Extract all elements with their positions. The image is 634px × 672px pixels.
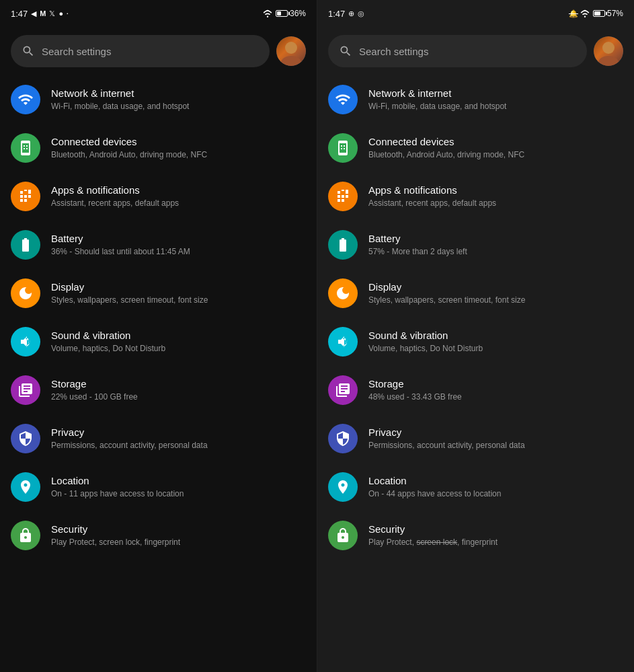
location-subtitle-left: On - 11 apps have access to location (51, 489, 306, 500)
search-bar-left[interactable]: Search settings (11, 35, 270, 67)
settings-item-apps-right[interactable]: Apps & notifications Assistant, recent a… (317, 172, 634, 221)
storage-subtitle-left: 22% used - 100 GB free (51, 392, 306, 403)
settings-item-security-right[interactable]: Security Play Protect, screen lock, fing… (317, 511, 634, 560)
apps-text-right: Apps & notifications Assistant, recent a… (368, 184, 623, 209)
security-subtitle-screen-lock: screen lock (416, 537, 457, 547)
storage-icon-left (11, 375, 40, 405)
apps-text-left: Apps & notifications Assistant, recent a… (51, 184, 306, 209)
sound-text-left: Sound & vibration Volume, haptics, Do No… (51, 329, 306, 354)
apps-title-right: Apps & notifications (368, 184, 623, 197)
privacy-icon-right (328, 424, 358, 453)
security-icon-left (11, 521, 40, 550)
settings-item-storage-right[interactable]: Storage 48% used - 33.43 GB free (317, 366, 634, 414)
target-icon: ◎ (358, 9, 364, 18)
settings-item-storage-left[interactable]: Storage 22% used - 100 GB free (0, 366, 317, 414)
settings-item-display-right[interactable]: Display Styles, wallpapers, screen timeo… (317, 269, 634, 318)
settings-item-connected-left[interactable]: Connected devices Bluetooth, Android Aut… (0, 124, 317, 172)
sound-icon-right (328, 327, 358, 357)
battery-icon-right (593, 10, 605, 17)
dot-icon: • (67, 11, 68, 15)
wifi-icon-right (580, 9, 590, 17)
connected-icon-left (11, 133, 40, 163)
connected-text-left: Connected devices Bluetooth, Android Aut… (51, 135, 306, 160)
display-title-right: Display (368, 281, 623, 294)
settings-item-sound-left[interactable]: Sound & vibration Volume, haptics, Do No… (0, 318, 317, 366)
settings-item-location-right[interactable]: Location On - 44 apps have access to loc… (317, 463, 634, 511)
location-icon-left (11, 472, 40, 502)
storage-text-right: Storage 48% used - 33.43 GB free (368, 377, 623, 402)
sound-subtitle-right: Volume, haptics, Do Not Disturb (368, 344, 623, 354)
status-right-left-side: 1:47 ⊕ ◎ (328, 9, 364, 19)
left-phone: 1:47 ◀ M 𝕏 ● • 36% Search settings (0, 0, 317, 672)
security-title-right: Security (368, 523, 623, 536)
spotify-icon: ● (58, 9, 63, 17)
security-text-left: Security Play Protect, screen lock, fing… (51, 523, 306, 548)
network-icon-left (11, 85, 40, 114)
security-subtitle-left: Play Protect, screen lock, fingerprint (51, 537, 306, 548)
battery-icon-left (276, 10, 288, 17)
status-right-left: 36% (263, 9, 306, 18)
sound-title-left: Sound & vibration (51, 329, 306, 342)
settings-item-network-left[interactable]: Network & internet Wi-Fi, mobile, data u… (0, 75, 317, 124)
settings-item-security-left[interactable]: Security Play Protect, screen lock, fing… (0, 511, 317, 560)
display-icon-left (11, 278, 40, 308)
sound-text-right: Sound & vibration Volume, haptics, Do No… (368, 329, 623, 354)
network-title-right: Network & internet (368, 87, 623, 100)
battery-subtitle-left: 36% - Should last until about 11:45 AM (51, 247, 306, 258)
network-icon-right (328, 85, 358, 114)
storage-subtitle-right: 48% used - 33.43 GB free (368, 392, 623, 403)
privacy-text-right: Privacy Permissions, account activity, p… (368, 426, 623, 451)
settings-item-sound-right[interactable]: Sound & vibration Volume, haptics, Do No… (317, 318, 634, 366)
search-icon-left (22, 44, 35, 58)
security-subtitle-right: Play Protect, screen lock, fingerprint (368, 537, 623, 548)
network-text-right: Network & internet Wi-Fi, mobile, data u… (368, 87, 623, 112)
privacy-subtitle-right: Permissions, account activity, personal … (368, 441, 623, 451)
settings-item-battery-right[interactable]: Battery 57% - More than 2 days left (317, 221, 634, 269)
connected-icon-right (328, 133, 358, 163)
security-subtitle-fingerprint: , fingerprint (457, 537, 498, 547)
location-text-right: Location On - 44 apps have access to loc… (368, 474, 623, 499)
search-icon-right (339, 44, 352, 58)
privacy-subtitle-left: Permissions, account activity, personal … (51, 441, 306, 451)
settings-item-privacy-right[interactable]: Privacy Permissions, account activity, p… (317, 414, 634, 463)
battery-pct-left: 36% (290, 9, 306, 18)
network-title-left: Network & internet (51, 87, 306, 100)
globe-icon: ⊕ (348, 9, 354, 18)
search-bar-right[interactable]: Search settings (328, 35, 587, 67)
settings-item-battery-left[interactable]: Battery 36% - Should last until about 11… (0, 221, 317, 269)
display-title-left: Display (51, 281, 306, 294)
display-text-left: Display Styles, wallpapers, screen timeo… (51, 281, 306, 305)
connected-subtitle-right: Bluetooth, Android Auto, driving mode, N… (368, 150, 623, 161)
settings-list-left: Network & internet Wi-Fi, mobile, data u… (0, 75, 317, 672)
svg-point-0 (267, 16, 268, 17)
connected-subtitle-left: Bluetooth, Android Auto, driving mode, N… (51, 150, 306, 161)
battery-text-left: Battery 36% - Should last until about 11… (51, 232, 306, 257)
privacy-text-left: Privacy Permissions, account activity, p… (51, 426, 306, 451)
status-bar-left: 1:47 ◀ M 𝕏 ● • 36% (0, 0, 317, 27)
search-container-left: Search settings (0, 27, 317, 75)
settings-item-connected-right[interactable]: Connected devices Bluetooth, Android Aut… (317, 124, 634, 172)
settings-item-display-left[interactable]: Display Styles, wallpapers, screen timeo… (0, 269, 317, 318)
settings-item-location-left[interactable]: Location On - 11 apps have access to loc… (0, 463, 317, 511)
connected-text-right: Connected devices Bluetooth, Android Aut… (368, 135, 623, 160)
navigation-arrow-icon: ◀ (31, 9, 36, 18)
search-container-right: Search settings (317, 27, 634, 75)
status-time-right: 1:47 (328, 9, 345, 19)
search-placeholder-right: Search settings (359, 46, 428, 57)
settings-item-network-right[interactable]: Network & internet Wi-Fi, mobile, data u… (317, 75, 634, 124)
display-icon-right (328, 278, 358, 308)
apps-subtitle-left: Assistant, recent apps, default apps (51, 198, 306, 209)
privacy-title-left: Privacy (51, 426, 306, 439)
avatar-right[interactable] (594, 36, 623, 66)
sound-icon-left (11, 327, 40, 357)
privacy-icon-left (11, 424, 40, 453)
display-subtitle-left: Styles, wallpapers, screen timeout, font… (51, 295, 306, 306)
settings-list-right: Network & internet Wi-Fi, mobile, data u… (317, 75, 634, 672)
gmail-icon: M (40, 9, 46, 17)
security-title-left: Security (51, 523, 306, 536)
settings-item-privacy-left[interactable]: Privacy Permissions, account activity, p… (0, 414, 317, 463)
avatar-left[interactable] (276, 36, 306, 66)
storage-title-left: Storage (51, 377, 306, 391)
battery-subtitle-right: 57% - More than 2 days left (368, 247, 623, 258)
settings-item-apps-left[interactable]: Apps & notifications Assistant, recent a… (0, 172, 317, 221)
